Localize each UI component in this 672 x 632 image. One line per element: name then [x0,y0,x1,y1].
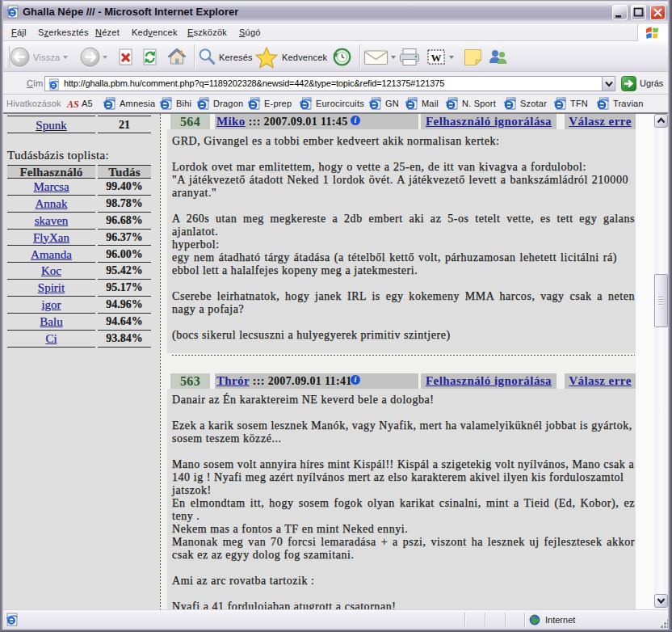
svg-text:W: W [431,52,442,64]
